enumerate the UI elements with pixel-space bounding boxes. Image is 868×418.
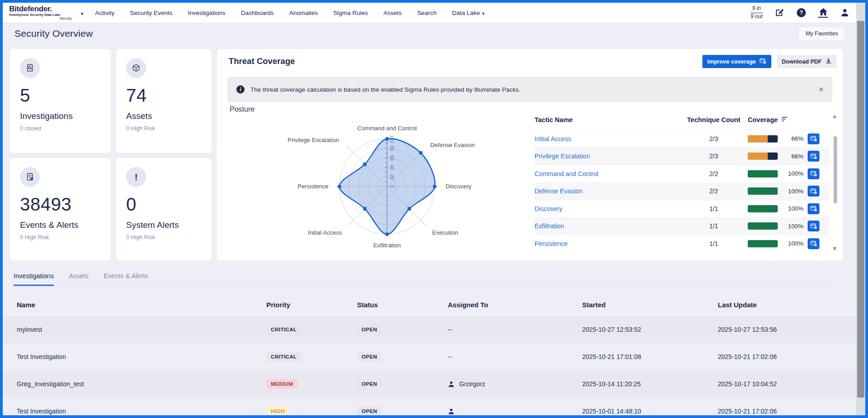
page-title: Security Overview	[15, 28, 93, 39]
col-status: Status	[357, 301, 448, 309]
investigations-stat-card[interactable]: 5 Investigations 0 closed	[10, 49, 111, 153]
sort-icon[interactable]	[781, 116, 788, 123]
compose-icon[interactable]	[775, 8, 785, 18]
investigation-name: myInvest	[17, 326, 266, 333]
system-alerts-count: 0	[126, 194, 201, 215]
chevron-down-icon[interactable]: ▾	[81, 11, 83, 17]
table-scrollbar-thumb[interactable]	[834, 136, 837, 203]
download-pdf-button[interactable]: Download PDF	[777, 55, 837, 68]
tactic-link[interactable]: Persistence	[535, 240, 680, 247]
sigma-rules-button[interactable]	[808, 238, 819, 249]
posture-radar-chart: 020406080100Command and ControlDefense E…	[217, 103, 562, 261]
my-favorites-button[interactable]: My Favorites	[798, 26, 845, 41]
sigma-rules-button[interactable]	[808, 133, 819, 144]
priority-badge: CRITICAL	[266, 325, 301, 334]
updated-timestamp: 2025-10-27 12:53:56	[718, 326, 856, 333]
priority-badge: MEDIUM	[266, 379, 298, 389]
investigation-row[interactable]: Test InvestigationCRITICALOPEN--2025-10-…	[3, 343, 856, 370]
tactic-row: Exfiltration1/1100%	[535, 217, 829, 235]
banner-text: The threat coverage calculation is based…	[250, 86, 520, 93]
sigma-rules-button[interactable]	[808, 203, 819, 214]
tactic-table-header: Tactic Name Technique Count Coverage	[535, 113, 829, 130]
col-technique-count: Technique Count	[680, 116, 748, 123]
tactic-link[interactable]: Discovery	[535, 205, 680, 212]
technique-count: 1/1	[680, 222, 748, 230]
document-alert-icon	[20, 167, 40, 187]
investigation-row[interactable]: myInvestCRITICALOPEN--2025-10-27 12:53:5…	[3, 316, 856, 343]
investigations-label: Investigations	[20, 111, 101, 121]
system-alerts-stat-card[interactable]: ! 0 System Alerts 0 High Risk	[116, 158, 211, 261]
status-badge: OPEN	[357, 352, 382, 362]
col-priority: Priority	[266, 301, 357, 309]
help-icon[interactable]: ?	[796, 8, 806, 18]
assigned-empty: --	[448, 353, 452, 360]
top-navigation-bar: Bitdefender. GravityZone Security Data L…	[3, 3, 856, 23]
status-badge: OPEN	[357, 379, 382, 389]
table-scroll-up-icon[interactable]: ▲	[832, 113, 838, 119]
tactic-link[interactable]: Exfiltration	[535, 222, 680, 230]
assets-stat-card[interactable]: 74 Assets 0 High Risk	[116, 49, 211, 153]
home-icon[interactable]	[818, 8, 828, 18]
svg-text:Initial Access: Initial Access	[308, 229, 342, 236]
tactic-row: Initial Access2/366%	[535, 130, 829, 148]
tactic-link[interactable]: Command and Control	[535, 170, 680, 177]
events-alerts-stat-card[interactable]: 38493 Events & Alerts 0 High Risk	[10, 158, 111, 261]
investigation-row[interactable]: Test InvestigationHIGHOPEN2025-10-01 14:…	[3, 398, 856, 418]
tactic-link[interactable]: Initial Access	[535, 135, 680, 143]
system-alerts-label: System Alerts	[126, 220, 201, 230]
sigma-rules-button[interactable]	[808, 168, 819, 179]
tactic-link[interactable]: Privilege Escalation	[535, 152, 680, 160]
col-started: Started	[582, 301, 718, 309]
col-tactic-name: Tactic Name	[535, 116, 680, 123]
tab-assets[interactable]: Assets	[69, 272, 89, 286]
coverage-percent: 100%	[782, 223, 804, 230]
priority-badge: CRITICAL	[266, 352, 301, 362]
svg-text:Command and Control: Command and Control	[358, 125, 417, 132]
started-timestamp: 2025-10-01 14:48:10	[582, 408, 718, 415]
nav-item-assets[interactable]: Assets	[383, 10, 402, 16]
window-scrollbar[interactable]	[856, 3, 865, 415]
window-scrollbar-thumb[interactable]	[857, 21, 864, 398]
status-badge: OPEN	[357, 325, 382, 334]
nav-item-data-lake[interactable]: Data Lake▾	[452, 10, 485, 16]
nav-item-activity[interactable]: Activity	[95, 10, 115, 16]
improve-coverage-button[interactable]: Improve coverage	[702, 55, 771, 68]
coverage-percent: 66%	[782, 135, 804, 142]
investigation-row[interactable]: Greg_Investigation_testMEDIUMOPENGrzegor…	[3, 370, 856, 398]
session-counter[interactable]: 9 in 9 out	[750, 5, 763, 20]
investigation-name: Test Investigation	[17, 353, 266, 360]
updated-timestamp: 2025-10-21 17:02:06	[718, 353, 856, 360]
download-icon	[825, 58, 832, 65]
sigma-rules-button[interactable]	[808, 186, 819, 197]
page-header: Security Overview My Favorites	[3, 23, 856, 44]
brand-name: Bitdefender.	[9, 5, 78, 13]
session-out: 9 out	[750, 13, 763, 20]
investigation-name: Greg_Investigation_test	[17, 380, 266, 388]
events-alerts-label: Events & Alerts	[20, 220, 101, 230]
nav-item-investigations[interactable]: Investigations	[188, 10, 226, 16]
coverage-bar	[748, 187, 778, 195]
nav-item-search[interactable]: Search	[417, 10, 437, 16]
sigma-rules-button[interactable]	[808, 151, 819, 162]
svg-text:Execution: Execution	[432, 229, 458, 236]
nav-item-sigma-rules[interactable]: Sigma Rules	[333, 10, 368, 16]
nav-item-anomalies[interactable]: Anomalies	[289, 10, 318, 16]
exclamation-icon: !	[126, 167, 146, 187]
bitdefender-logo[interactable]: Bitdefender. GravityZone Security Data L…	[9, 5, 78, 20]
technique-count: 2/2	[680, 170, 748, 177]
threat-coverage-panel: Threat Coverage Improve coverage Downloa…	[217, 49, 843, 261]
sigma-rules-button[interactable]	[808, 221, 819, 231]
table-scroll-down-icon[interactable]: ▼	[832, 245, 838, 252]
investigation-name: Test Investigation	[17, 408, 266, 415]
nav-item-dashboards[interactable]: Dashboards	[241, 10, 274, 16]
coverage-percent: 100%	[782, 170, 804, 177]
coverage-bar	[748, 170, 778, 177]
tab-investigations[interactable]: Investigations	[14, 272, 54, 286]
nav-item-security-events[interactable]: Security Events	[130, 10, 172, 16]
tab-events-alerts[interactable]: Events & Alerts	[103, 272, 148, 286]
user-icon[interactable]	[840, 8, 850, 18]
sigma-pack-icon	[760, 58, 766, 65]
tactic-link[interactable]: Defense Evasion	[535, 187, 680, 195]
coverage-percent: 100%	[782, 240, 804, 247]
close-icon[interactable]: ×	[819, 85, 824, 93]
